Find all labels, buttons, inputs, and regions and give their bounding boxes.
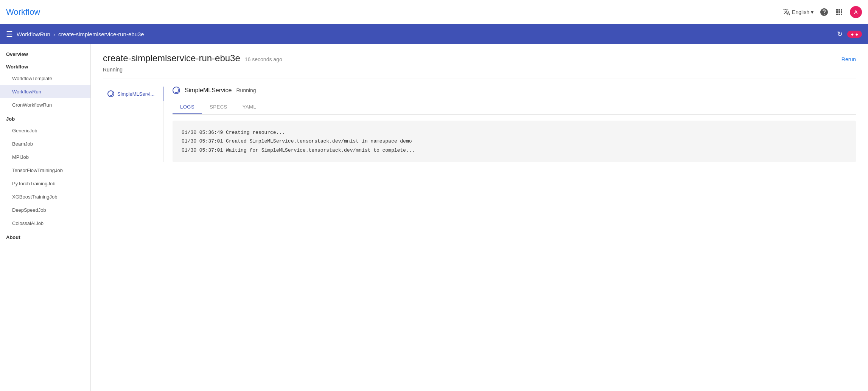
avatar[interactable]: A [850, 6, 862, 18]
step-label: SimpleMLServi... [117, 91, 154, 97]
sidebar: Overview Workflow WorkflowTemplate Workf… [0, 44, 91, 391]
svg-point-1 [174, 88, 179, 93]
main-content: create-simplemlservice-run-ebu3e 16 seco… [91, 44, 868, 391]
sidebar-item-workflowrun[interactable]: WorkflowRun [0, 85, 90, 98]
app-title[interactable]: Workflow [6, 7, 40, 17]
step-item-simplemlservice[interactable]: SimpleMLServi... [103, 87, 163, 101]
language-label: English [792, 9, 809, 15]
sidebar-item-workflowtemplate[interactable]: WorkflowTemplate [0, 72, 90, 85]
apps-icon[interactable] [835, 8, 844, 17]
sidebar-item-pytorchtrainingjob[interactable]: PyTorchTrainingJob [0, 177, 90, 190]
tab-specs[interactable]: SPECS [202, 100, 235, 114]
help-icon[interactable] [820, 8, 829, 17]
step-detail-header: SimpleMLService Running [173, 87, 856, 94]
sub-header-right: ↻ ● ● [837, 30, 862, 38]
step-detail: SimpleMLService Running LOGS SPECS YAML … [163, 87, 856, 162]
step-detail-running-icon [173, 87, 180, 94]
run-header: create-simplemlservice-run-ebu3e 16 seco… [103, 53, 856, 64]
sidebar-item-beamjob[interactable]: BeamJob [0, 137, 90, 151]
steps-list: SimpleMLServi... [103, 87, 163, 162]
step-detail-status: Running [236, 87, 256, 93]
step-detail-name: SimpleMLService [185, 87, 232, 94]
steps-area: SimpleMLServi... SimpleMLService Running [103, 87, 856, 162]
refresh-icon[interactable]: ↻ [837, 30, 843, 38]
run-title: create-simplemlservice-run-ebu3e 16 seco… [103, 53, 282, 64]
sidebar-item-tensorflowtrainingjob[interactable]: TensorFlowTrainingJob [0, 164, 90, 177]
step-running-icon [107, 90, 114, 97]
divider [103, 79, 856, 79]
run-time: 16 seconds ago [245, 56, 282, 62]
sidebar-item-cronworkflowrun[interactable]: CronWorkflowRun [0, 98, 90, 112]
sidebar-section-about[interactable]: About [0, 230, 90, 242]
sidebar-section-workflow[interactable]: Workflow [0, 59, 90, 72]
top-header: Workflow English ▾ A [0, 0, 868, 24]
svg-point-0 [109, 92, 113, 96]
breadcrumb: WorkflowRun › create-simplemlservice-run… [17, 31, 144, 37]
translate-icon [783, 8, 790, 16]
sidebar-item-deepspeedjob[interactable]: DeepSpeedJob [0, 203, 90, 217]
breadcrumb-separator: › [53, 31, 55, 37]
tab-yaml[interactable]: YAML [235, 100, 264, 114]
language-selector[interactable]: English ▾ [783, 8, 814, 16]
sidebar-section-overview[interactable]: Overview [0, 47, 90, 59]
hamburger-icon[interactable]: ☰ [6, 29, 13, 39]
tab-logs[interactable]: LOGS [173, 100, 202, 114]
chevron-down-icon: ▾ [811, 9, 814, 15]
header-right: English ▾ A [783, 6, 862, 18]
log-area: 01/30 05:36:49 Creating resource... 01/3… [173, 121, 856, 162]
run-status: Running [103, 67, 856, 73]
run-name: create-simplemlservice-run-ebu3e [103, 53, 240, 64]
layout: Overview Workflow WorkflowTemplate Workf… [0, 44, 868, 391]
status-badge: ● ● [847, 31, 862, 38]
sidebar-item-genericjob[interactable]: GenericJob [0, 124, 90, 137]
breadcrumb-parent[interactable]: WorkflowRun [17, 31, 50, 37]
tabs: LOGS SPECS YAML [173, 100, 856, 115]
sidebar-item-colossalaijob[interactable]: ColossalAIJob [0, 217, 90, 230]
header-left: Workflow [6, 7, 40, 17]
breadcrumb-current: create-simplemlservice-run-ebu3e [58, 31, 144, 37]
rerun-button[interactable]: Rerun [842, 56, 856, 62]
sidebar-item-mpijob[interactable]: MPIJob [0, 151, 90, 164]
sidebar-section-job[interactable]: Job [0, 112, 90, 124]
sub-header-left: ☰ WorkflowRun › create-simplemlservice-r… [6, 29, 144, 39]
sidebar-item-xgboosttrainingjob[interactable]: XGBoostTrainingJob [0, 190, 90, 203]
sub-header: ☰ WorkflowRun › create-simplemlservice-r… [0, 24, 868, 44]
